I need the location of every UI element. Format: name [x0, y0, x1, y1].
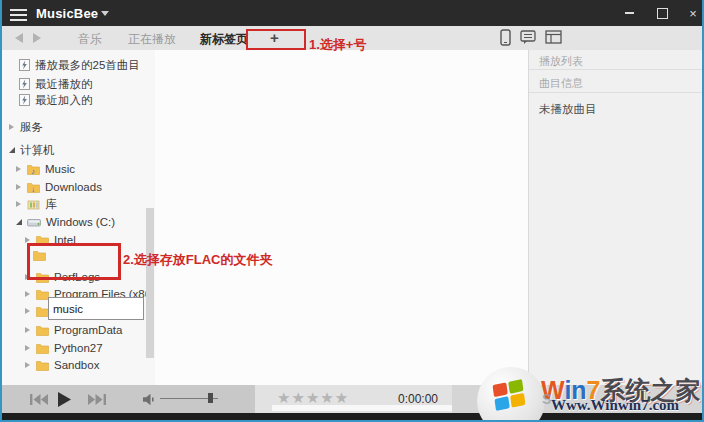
tree-label: ProgramData	[54, 324, 122, 336]
chevron-down-icon[interactable]	[101, 11, 109, 16]
annotation-step2-label: 2.选择存放FLAC的文件夹	[123, 251, 273, 269]
tree-item-downloads[interactable]: ↓ Downloads	[16, 179, 102, 195]
expander-expanded-icon[interactable]	[9, 147, 15, 153]
empty-track-message: 未播放曲目	[539, 102, 597, 117]
app-title: MusicBee	[36, 6, 98, 21]
tab-now-playing[interactable]: 正在播放	[128, 31, 176, 48]
downloads-folder-icon: ↓	[27, 182, 40, 193]
window-bottom-strip	[2, 413, 702, 420]
tree-item-programdata[interactable]: ProgramData	[25, 322, 122, 338]
close-button[interactable]: ×	[685, 6, 701, 20]
tree-label: Sandbox	[54, 359, 99, 371]
folder-rename-field	[48, 297, 144, 320]
message-icon[interactable]	[520, 30, 536, 45]
expander-collapsed-icon[interactable]	[25, 291, 30, 297]
watermark-ghost-letter: S	[542, 391, 551, 407]
panel-divider	[529, 69, 703, 70]
forward-arrow-icon[interactable]	[33, 33, 41, 43]
previous-track-button[interactable]	[30, 394, 48, 405]
tab-new-tab[interactable]: 新标签页	[200, 31, 248, 48]
expander-collapsed-icon[interactable]	[25, 308, 30, 314]
expander-collapsed-icon[interactable]	[25, 362, 30, 368]
playlist-label: 最近播放的	[35, 77, 93, 92]
svg-text:♪: ♪	[31, 166, 35, 175]
playlist-item-recently-played[interactable]: 最近播放的	[19, 76, 93, 92]
tree-item-sandbox[interactable]: Sandbox	[25, 357, 99, 373]
title-bar: MusicBee ×	[2, 0, 702, 26]
volume-icon[interactable]	[143, 393, 157, 406]
expander-collapsed-icon[interactable]	[25, 345, 30, 351]
sidebar-scrollbar[interactable]	[146, 208, 154, 358]
music-folder-icon: ♪	[27, 164, 40, 175]
auto-playlist-icon	[19, 78, 30, 90]
auto-playlist-icon	[19, 94, 30, 106]
right-info-panel: 播放列表 曲目信息 未播放曲目	[528, 50, 703, 385]
watermark-url: Www.Winwin7.com	[551, 397, 679, 414]
player-bar-transport	[2, 385, 255, 413]
tree-label: 库	[45, 197, 57, 212]
expander-collapsed-icon[interactable]	[16, 166, 21, 172]
track-info-section-header[interactable]: 曲目信息	[539, 76, 583, 91]
playlist-label: 最近加入的	[35, 93, 93, 108]
maximize-button[interactable]	[654, 6, 670, 20]
expander-expanded-icon[interactable]	[16, 219, 22, 225]
hamburger-menu-icon[interactable]	[10, 6, 27, 24]
svg-text:↓: ↓	[31, 184, 35, 193]
expander-collapsed-icon[interactable]	[9, 124, 14, 130]
tree-item-computer[interactable]: 计算机	[9, 142, 55, 158]
library-icon	[27, 199, 40, 210]
progress-bar[interactable]	[272, 405, 452, 411]
drive-icon	[27, 217, 41, 228]
folder-icon	[36, 360, 49, 371]
expander-collapsed-icon[interactable]	[16, 184, 21, 190]
playlist-item-recently-added[interactable]: 最近加入的	[19, 92, 93, 108]
next-track-button[interactable]	[88, 394, 106, 405]
tree-item-music-folder[interactable]: ♪ Music	[16, 161, 75, 177]
expander-collapsed-icon[interactable]	[25, 327, 30, 333]
player-bar-rating-section: ★★★★★ 0:00:00	[255, 385, 452, 413]
minimize-button[interactable]	[621, 6, 637, 20]
annotation-step1-box	[246, 29, 306, 50]
folder-icon	[36, 325, 49, 336]
window-border-left	[0, 0, 2, 422]
folder-icon	[36, 343, 49, 354]
tree-item-services[interactable]: 服务	[9, 119, 43, 135]
play-button[interactable]	[58, 392, 71, 407]
annotation-step2-box	[27, 243, 121, 280]
main-content-area	[155, 50, 528, 385]
time-display: 0:00:00	[398, 392, 438, 406]
playlist-item-most-played[interactable]: 播放最多的25首曲目	[19, 57, 140, 73]
back-arrow-icon[interactable]	[15, 33, 23, 43]
device-icon[interactable]	[500, 29, 511, 46]
panel-layout-icon[interactable]	[545, 30, 562, 44]
musicbee-window: MusicBee × 音乐 正在播放 新标签页 + 1.选择	[0, 0, 704, 422]
playlists-section-header[interactable]: 播放列表	[539, 54, 583, 69]
sidebar: 播放最多的25首曲目 最近播放的 最近加入的 服务 计算机 ♪ Music ↓	[2, 50, 155, 385]
panel-divider	[529, 92, 703, 93]
tree-item-windows-c-drive[interactable]: Windows (C:)	[16, 214, 115, 230]
tree-label: 服务	[20, 120, 43, 135]
folder-rename-input[interactable]	[49, 302, 143, 316]
volume-slider-handle[interactable]	[208, 393, 213, 403]
annotation-step1-label: 1.选择+号	[309, 36, 366, 54]
tab-music[interactable]: 音乐	[78, 31, 102, 48]
expander-collapsed-icon[interactable]	[16, 201, 21, 207]
tree-item-libraries[interactable]: 库	[16, 196, 57, 212]
tree-label: Windows (C:)	[46, 216, 115, 228]
tree-label: Music	[45, 163, 75, 175]
tree-label: 计算机	[20, 143, 55, 158]
playlist-label: 播放最多的25首曲目	[35, 58, 140, 73]
tree-item-python27[interactable]: Python27	[25, 340, 103, 356]
auto-playlist-icon	[19, 59, 30, 71]
tree-label: Python27	[54, 342, 103, 354]
tree-label: Downloads	[45, 181, 102, 193]
